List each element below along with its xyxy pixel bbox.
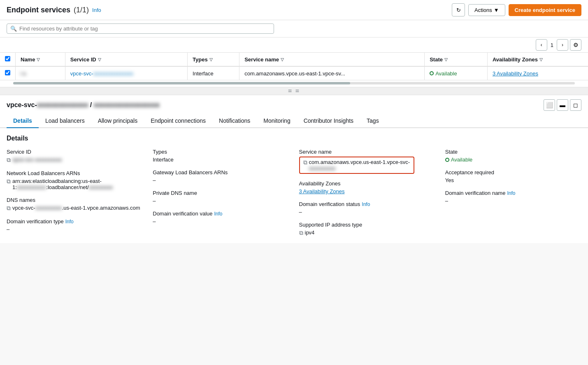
- details-col-2: Types Interface Gateway Load Balancers A…: [153, 149, 289, 236]
- view-bottom-button[interactable]: ▬: [557, 99, 568, 111]
- col-types: Types ▽: [188, 53, 239, 66]
- page-title: Endpoint services: [7, 6, 70, 14]
- dns-names-value: vpce-svc-xxxxxxxxxx.us-east-1.vpce.amazo…: [12, 205, 140, 211]
- select-all-checkbox[interactable]: [5, 56, 10, 61]
- detail-header: vpce-svc-xxxxxxxxxxxxxx / xxxxxxxxxxxxxx…: [0, 95, 588, 111]
- refresh-icon: ↻: [456, 7, 461, 13]
- sort-state-icon[interactable]: ▽: [444, 57, 448, 62]
- domain-verif-value-val: –: [153, 218, 156, 225]
- details-section: Details Service ID ⧉ vpce-svc-xxxxxxxxxx…: [0, 128, 588, 243]
- col-state: State ▽: [425, 53, 488, 66]
- tab-load-balancers[interactable]: Load balancers: [39, 114, 91, 128]
- domain-verif-status-info-link[interactable]: Info: [362, 201, 370, 207]
- acceptance-label: Acceptance required: [445, 169, 581, 175]
- copy-service-name-icon[interactable]: ⧉: [303, 159, 307, 166]
- field-service-id: Service ID ⧉ vpce-svc-xxxxxxxxxx: [7, 149, 143, 164]
- scroll-thumb: [13, 82, 350, 84]
- service-name-box: ⧉ com.amazonaws.vpce.us-east-1.vpce-svc-…: [299, 157, 414, 174]
- field-gateway-lb: Gateway Load Balancers ARNs –: [153, 169, 289, 183]
- row-checkbox[interactable]: [5, 70, 10, 75]
- search-input-wrap[interactable]: 🔍: [7, 23, 274, 34]
- header-left: Endpoint services (1/1) Info: [7, 6, 101, 14]
- field-dns-names: DNS names ⧉ vpce-svc-xxxxxxxxxx.us-east-…: [7, 197, 143, 212]
- row-name: i s: [16, 66, 65, 80]
- copy-service-id-icon[interactable]: ⧉: [7, 157, 11, 164]
- header-info-link[interactable]: Info: [92, 7, 101, 13]
- tab-endpoint-connections[interactable]: Endpoint connections: [144, 114, 212, 128]
- select-all-header[interactable]: [0, 53, 16, 66]
- copy-ip-icon[interactable]: ⧉: [299, 229, 303, 236]
- search-icon: 🔍: [10, 26, 17, 32]
- field-domain-verif-status: Domain verification status Info –: [299, 201, 435, 215]
- sort-name-icon[interactable]: ▽: [37, 57, 40, 62]
- state-available-icon: [445, 158, 449, 162]
- table-settings-button[interactable]: ⚙: [570, 39, 581, 51]
- copy-nlb-icon[interactable]: ⧉: [7, 178, 11, 185]
- actions-button[interactable]: Actions ▼: [468, 4, 505, 16]
- next-page-button[interactable]: ›: [557, 39, 568, 51]
- row-az[interactable]: 3 Availability Zones: [487, 66, 588, 80]
- field-domain-verif-value: Domain verification value Info –: [153, 211, 289, 225]
- field-domain-verif-name: Domain verification name Info –: [445, 190, 581, 204]
- page-header: Endpoint services (1/1) Info ↻ Actions ▼…: [0, 0, 588, 20]
- row-types: Interface: [188, 66, 239, 80]
- view-split-button[interactable]: ⬜: [544, 99, 555, 111]
- col-az: Availability Zones ▽: [487, 53, 588, 66]
- status-available-icon: [430, 71, 434, 75]
- sort-servicename-icon[interactable]: ▽: [281, 57, 284, 62]
- nlb-arns-label: Network Load Balancers ARNs: [7, 170, 143, 176]
- search-row: 🔍: [0, 20, 588, 37]
- sort-az-icon[interactable]: ▽: [539, 57, 543, 62]
- row-checkbox-cell[interactable]: [0, 66, 16, 80]
- domain-verif-status-value: –: [299, 209, 302, 215]
- search-input[interactable]: [19, 26, 270, 32]
- sort-types-icon[interactable]: ▽: [209, 57, 213, 62]
- tab-monitoring[interactable]: Monitoring: [257, 114, 297, 128]
- resize-handle[interactable]: = =: [0, 87, 588, 95]
- detail-panel: vpce-svc-xxxxxxxxxxxxxx / xxxxxxxxxxxxxx…: [0, 95, 588, 243]
- row-service-name: com.amazonaws.vpce.us-east-1.vpce-sv...: [239, 66, 425, 80]
- private-dns-label: Private DNS name: [153, 190, 289, 196]
- resize-dots-icon: = =: [288, 87, 300, 95]
- domain-verif-name-info-link[interactable]: Info: [507, 190, 515, 196]
- domain-verif-value-info-link[interactable]: Info: [214, 211, 222, 217]
- details-col-1: Service ID ⧉ vpce-svc-xxxxxxxxxx Network…: [7, 149, 143, 236]
- tab-contributor-insights[interactable]: Contributor Insights: [297, 114, 360, 128]
- az-link[interactable]: 3 Availability Zones: [493, 70, 538, 77]
- details-section-title: Details: [7, 135, 581, 142]
- supported-ip-label: Supported IP address type: [299, 222, 435, 228]
- service-id-link[interactable]: vpce-svc-xxxxxxxxxxxxxxx: [70, 70, 133, 77]
- service-id-label: Service ID: [7, 149, 143, 155]
- field-domain-verif-type: Domain verification type Info –: [7, 218, 143, 232]
- service-name-value: com.amazonaws.vpce.us-east-1.vpce-svc-xx…: [309, 159, 410, 171]
- scroll-indicator: [13, 82, 575, 84]
- row-state: Available: [425, 66, 488, 80]
- view-full-button[interactable]: ◻: [570, 99, 581, 111]
- tab-tags[interactable]: Tags: [360, 114, 386, 128]
- row-service-id[interactable]: vpce-svc-xxxxxxxxxxxxxxx: [65, 66, 187, 80]
- copy-dns-icon[interactable]: ⧉: [7, 205, 11, 212]
- field-service-name: Service name ⧉ com.amazonaws.vpce.us-eas…: [299, 149, 435, 174]
- tab-notifications[interactable]: Notifications: [212, 114, 257, 128]
- create-endpoint-button[interactable]: Create endpoint service: [509, 4, 581, 16]
- field-private-dns: Private DNS name –: [153, 190, 289, 204]
- sort-serviceid-icon[interactable]: ▽: [98, 57, 101, 62]
- tab-details[interactable]: Details: [7, 114, 39, 128]
- private-dns-value: –: [153, 198, 156, 204]
- refresh-button[interactable]: ↻: [452, 3, 465, 16]
- tab-allow-principals[interactable]: Allow principals: [91, 114, 144, 128]
- domain-verif-name-label: Domain verification name: [445, 190, 506, 196]
- endpoints-table: Name ▽ Service ID ▽ Types ▽: [0, 53, 588, 80]
- details-grid: Service ID ⧉ vpce-svc-xxxxxxxxxx Network…: [7, 149, 581, 236]
- detail-view-icons: ⬜ ▬ ◻: [544, 99, 581, 111]
- prev-page-button[interactable]: ‹: [536, 39, 547, 51]
- dns-names-label: DNS names: [7, 197, 143, 203]
- page-number: 1: [549, 42, 555, 48]
- supported-ip-value: ipv4: [305, 229, 315, 236]
- az-detail-link[interactable]: 3 Availability Zones: [299, 188, 345, 194]
- domain-verif-type-label: Domain verification type: [7, 218, 64, 225]
- az-label: Availability Zones: [299, 180, 435, 187]
- field-az: Availability Zones 3 Availability Zones: [299, 180, 435, 194]
- table-row: i s vpce-svc-xxxxxxxxxxxxxxx Interface c…: [0, 66, 588, 80]
- domain-verif-type-info-link[interactable]: Info: [65, 219, 74, 225]
